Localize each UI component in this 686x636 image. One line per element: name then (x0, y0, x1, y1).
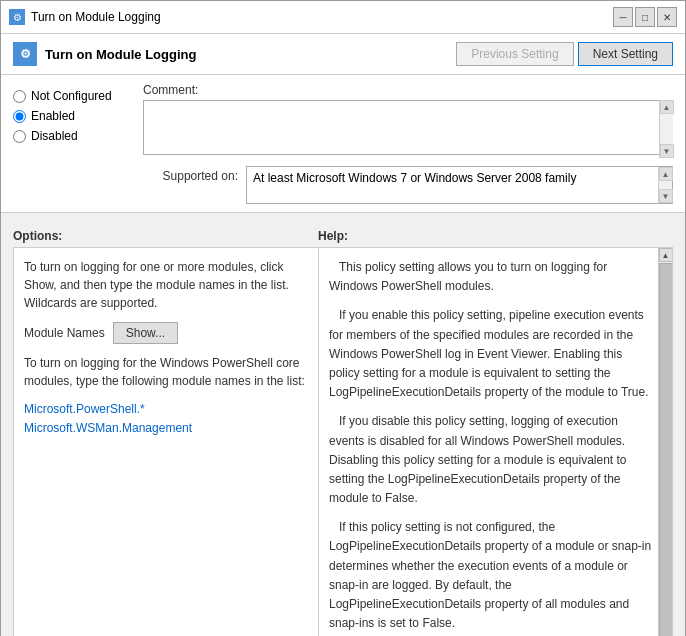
disabled-label: Disabled (31, 129, 78, 143)
main-window: ⚙ Turn on Module Logging ─ □ ✕ ⚙ Turn on… (0, 0, 686, 636)
disabled-radio[interactable] (13, 130, 26, 143)
comment-textarea[interactable] (143, 100, 673, 155)
options-desc1: To turn on logging for one or more modul… (24, 258, 308, 312)
help-para4: If this policy setting is not configured… (329, 518, 654, 633)
module-names-row: Module Names Show... (24, 322, 308, 344)
supported-section: Supported on: At least Microsoft Windows… (143, 166, 673, 204)
header-bar: ⚙ Turn on Module Logging Previous Settin… (1, 34, 685, 75)
top-section: Not Configured Enabled Disabled Comment: (1, 75, 685, 213)
help-scroll-up[interactable]: ▲ (659, 248, 673, 262)
next-setting-button[interactable]: Next Setting (578, 42, 673, 66)
module1-text: Microsoft.PowerShell.* (24, 400, 308, 419)
not-configured-option[interactable]: Not Configured (13, 89, 143, 103)
help-scroll-thumb (659, 263, 673, 636)
title-bar: ⚙ Turn on Module Logging ─ □ ✕ (1, 1, 685, 34)
radio-group: Not Configured Enabled Disabled (13, 83, 143, 204)
help-scrollbar: ▲ ▼ (658, 248, 672, 636)
top-inner: Not Configured Enabled Disabled Comment: (13, 83, 673, 204)
help-para1: This policy setting allows you to turn o… (329, 258, 654, 296)
disabled-option[interactable]: Disabled (13, 129, 143, 143)
two-panel: To turn on logging for one or more modul… (13, 247, 673, 636)
comment-field: Comment: ▲ ▼ (143, 83, 673, 158)
maximize-button[interactable]: □ (635, 7, 655, 27)
module-names-label: Module Names (24, 326, 105, 340)
window-icon: ⚙ (9, 9, 25, 25)
help-panel: This policy setting allows you to turn o… (319, 248, 672, 636)
help-label: Help: (318, 229, 673, 243)
comment-scroll-down[interactable]: ▼ (660, 144, 674, 158)
comment-label: Comment: (143, 83, 673, 97)
help-para3: If you disable this policy setting, logg… (329, 412, 654, 508)
header-icon: ⚙ (13, 42, 37, 66)
supported-box: At least Microsoft Windows 7 or Windows … (246, 166, 673, 204)
right-fields: Comment: ▲ ▼ Supported on: At least Micr… (143, 83, 673, 204)
header-title-text: Turn on Module Logging (45, 47, 196, 62)
options-panel: To turn on logging for one or more modul… (14, 248, 319, 636)
two-panel-container: To turn on logging for one or more modul… (1, 247, 685, 636)
show-button[interactable]: Show... (113, 322, 178, 344)
title-bar-left: ⚙ Turn on Module Logging (9, 9, 161, 25)
enabled-option[interactable]: Enabled (13, 109, 143, 123)
title-controls: ─ □ ✕ (613, 7, 677, 27)
comment-scroll-up[interactable]: ▲ (660, 100, 674, 114)
supported-scroll-up[interactable]: ▲ (659, 167, 673, 181)
not-configured-label: Not Configured (31, 89, 112, 103)
supported-scrollbar: ▲ ▼ (658, 167, 672, 203)
comment-scrollbar: ▲ ▼ (659, 100, 673, 158)
close-button[interactable]: ✕ (657, 7, 677, 27)
nav-buttons: Previous Setting Next Setting (456, 42, 673, 66)
not-configured-radio[interactable] (13, 90, 26, 103)
options-help-labels: Options: Help: (13, 223, 673, 247)
options-label: Options: (13, 229, 318, 243)
supported-scroll-down[interactable]: ▼ (659, 189, 673, 203)
module2-text: Microsoft.WSMan.Management (24, 419, 308, 438)
enabled-radio[interactable] (13, 110, 26, 123)
window-title: Turn on Module Logging (31, 10, 161, 24)
header-title: ⚙ Turn on Module Logging (13, 42, 196, 66)
supported-value: At least Microsoft Windows 7 or Windows … (253, 171, 576, 185)
panel-labels: Options: Help: (1, 213, 685, 247)
help-para2: If you enable this policy setting, pipel… (329, 306, 654, 402)
prev-setting-button[interactable]: Previous Setting (456, 42, 573, 66)
options-desc2: To turn on logging for the Windows Power… (24, 354, 308, 390)
enabled-label: Enabled (31, 109, 75, 123)
minimize-button[interactable]: ─ (613, 7, 633, 27)
supported-label: Supported on: (143, 166, 238, 183)
